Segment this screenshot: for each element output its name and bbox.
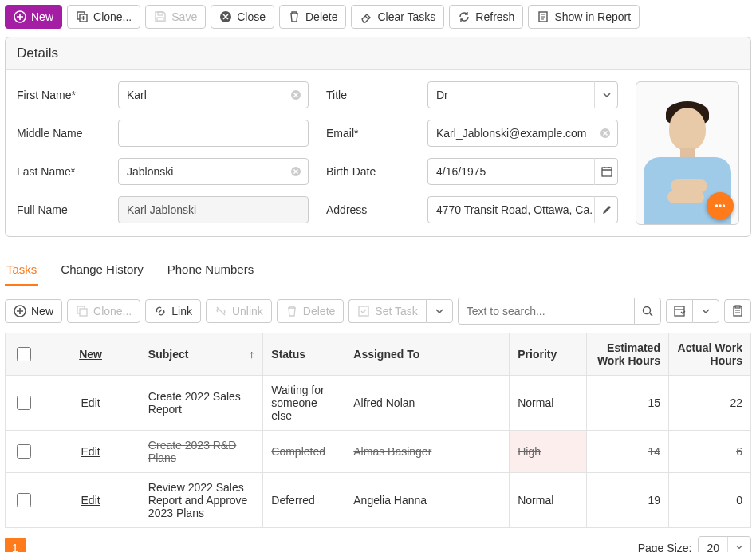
clone-button-label: Clone... — [93, 10, 132, 23]
birth-date-input[interactable] — [427, 158, 618, 185]
first-name-label: First Name* — [17, 89, 108, 101]
tab-tasks[interactable]: Tasks — [5, 254, 38, 286]
chevron-down-icon — [727, 537, 750, 552]
first-name-input[interactable] — [118, 81, 309, 108]
search-input[interactable] — [458, 298, 634, 325]
svg-rect-3 — [157, 18, 163, 21]
export-button[interactable] — [724, 299, 751, 323]
birth-date-label: Birth Date — [326, 165, 418, 178]
column-chooser-dropdown[interactable] — [692, 299, 719, 323]
svg-point-18 — [644, 307, 651, 314]
tasks-link-button[interactable]: Link — [145, 299, 201, 323]
edit-icon[interactable] — [594, 196, 618, 223]
last-name-label: Last Name* — [17, 165, 108, 178]
select-all-checkbox[interactable] — [17, 347, 31, 361]
tasks-unlink-label: Unlink — [232, 305, 263, 317]
clear-tasks-label: Clear Tasks — [377, 10, 435, 23]
cell-subject: Create 2022 Sales Report — [140, 376, 262, 431]
row-checkbox[interactable] — [17, 493, 31, 507]
tasks-new-button[interactable]: New — [5, 299, 62, 323]
address-input[interactable] — [427, 196, 618, 223]
grid-header-row: New Subject↑ Status Assigned To Priority… — [6, 333, 751, 376]
row-edit-link[interactable]: Edit — [81, 445, 100, 458]
svg-point-12 — [719, 204, 721, 207]
set-task-dropdown[interactable] — [426, 299, 453, 323]
cell-status: Completed — [263, 431, 345, 473]
delete-button[interactable]: Delete — [279, 5, 346, 29]
avatar-actions-button[interactable] — [707, 192, 734, 219]
column-chooser-button[interactable] — [666, 299, 692, 323]
clone-button[interactable]: Clone... — [67, 5, 140, 29]
header-est-hours[interactable]: Estimated Work Hours — [587, 333, 669, 376]
search-icon — [641, 305, 654, 317]
chevron-down-icon — [699, 305, 712, 317]
new-button[interactable]: New — [5, 5, 62, 29]
calendar-icon[interactable] — [594, 158, 618, 185]
tab-phone-numbers[interactable]: Phone Numbers — [166, 254, 255, 286]
chevron-down-icon[interactable] — [594, 81, 618, 108]
plus-circle-icon — [14, 10, 26, 23]
header-priority[interactable]: Priority — [510, 333, 587, 376]
table-row: EditCreate 2022 Sales ReportWaiting for … — [6, 376, 751, 431]
refresh-button[interactable]: Refresh — [449, 5, 523, 29]
cell-priority: High — [510, 431, 587, 473]
svg-rect-10 — [602, 168, 612, 176]
page-size-value: 20 — [699, 537, 727, 552]
page-1-button[interactable]: 1 — [5, 538, 26, 552]
details-col-left: First Name* Middle Name Last Name* Full … — [17, 81, 309, 225]
close-button[interactable]: Close — [211, 5, 274, 29]
tasks-link-label: Link — [171, 305, 192, 317]
header-status[interactable]: Status — [263, 333, 345, 376]
search-group — [458, 298, 661, 325]
cell-est-hours: 15 — [587, 376, 669, 431]
middle-name-input[interactable] — [118, 120, 309, 147]
save-button-label: Save — [171, 10, 197, 23]
clear-icon[interactable] — [288, 87, 304, 103]
svg-rect-17 — [359, 306, 368, 316]
plus-circle-icon — [14, 305, 26, 317]
full-name-label: Full Name — [17, 203, 108, 216]
set-task-button[interactable]: Set Task — [348, 299, 425, 323]
svg-point-13 — [723, 204, 725, 207]
set-task-split-button: Set Task — [348, 299, 452, 323]
header-assigned-to[interactable]: Assigned To — [345, 333, 510, 376]
page-size-label: Page Size: — [638, 542, 692, 552]
columns-icon — [673, 305, 686, 317]
tasks-delete-button[interactable]: Delete — [277, 299, 344, 323]
clear-icon[interactable] — [597, 125, 613, 141]
header-subject[interactable]: Subject↑ — [140, 333, 262, 376]
title-select[interactable] — [427, 81, 618, 108]
last-name-input[interactable] — [118, 158, 309, 185]
tabs: Tasks Change History Phone Numbers — [5, 254, 751, 286]
tasks-clone-label: Clone... — [93, 305, 132, 317]
show-in-report-button[interactable]: Show in Report — [528, 5, 640, 29]
row-edit-link[interactable]: Edit — [81, 396, 100, 409]
header-new-link[interactable]: New — [79, 348, 102, 361]
sort-asc-icon: ↑ — [249, 348, 254, 361]
column-chooser-split — [666, 299, 719, 323]
tasks-clone-button[interactable]: Clone... — [67, 299, 140, 323]
clipboard-icon — [731, 305, 744, 317]
title-label: Title — [326, 89, 418, 101]
email-input[interactable] — [427, 120, 618, 147]
row-edit-link[interactable]: Edit — [81, 494, 100, 507]
cell-subject: Create 2023 R&D Plans — [140, 431, 262, 473]
row-checkbox[interactable] — [17, 444, 31, 459]
chevron-down-icon — [433, 305, 446, 317]
tab-change-history[interactable]: Change History — [59, 254, 144, 286]
clear-tasks-button[interactable]: Clear Tasks — [351, 5, 444, 29]
save-button[interactable]: Save — [145, 5, 206, 29]
cell-act-hours: 22 — [668, 376, 750, 431]
page-size-select[interactable]: 20 — [698, 536, 751, 552]
new-button-label: New — [31, 10, 53, 23]
cell-assigned-to: Almas Basinger — [345, 431, 510, 473]
tasks-toolbar: New Clone... Link Unlink Delete Set Task — [5, 298, 751, 325]
search-button[interactable] — [634, 298, 661, 325]
header-act-hours[interactable]: Actual Work Hours — [668, 333, 750, 376]
trash-icon — [285, 305, 298, 317]
svg-point-11 — [715, 204, 718, 207]
clear-icon[interactable] — [288, 164, 304, 179]
cell-assigned-to: Alfred Nolan — [345, 376, 510, 431]
row-checkbox[interactable] — [17, 396, 31, 410]
tasks-unlink-button[interactable]: Unlink — [206, 299, 272, 323]
